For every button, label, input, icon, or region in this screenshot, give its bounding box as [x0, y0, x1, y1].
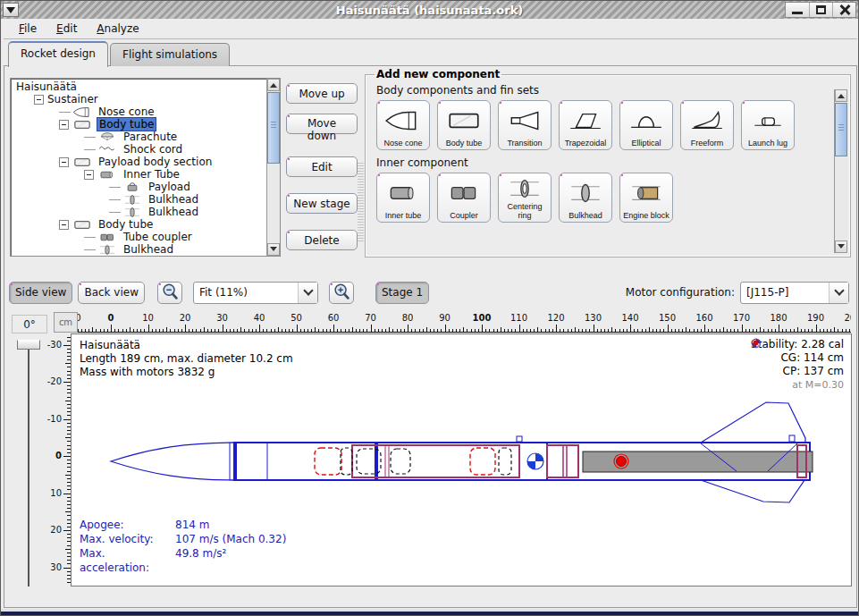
ruler-tick: [341, 329, 341, 333]
split-divider[interactable]: [358, 163, 364, 243]
component-tree[interactable]: HaisunäätäSustainerNose coneBody tubePar…: [10, 78, 281, 257]
ruler-label: -20: [46, 376, 62, 386]
collapse-handle-icon[interactable]: [59, 120, 69, 130]
tree-item-body-tube[interactable]: Body tube: [11, 118, 266, 131]
cg-marker: [527, 453, 543, 469]
scroll-up-icon[interactable]: [267, 79, 280, 91]
ruler-tick: [263, 329, 264, 333]
tree-item-shock-cord[interactable]: Shock cord: [11, 143, 266, 156]
ruler-tick: [318, 329, 319, 333]
side-view-button[interactable]: Side view: [9, 282, 72, 304]
tree-item-bulkhead[interactable]: Bulkhead: [11, 193, 266, 206]
collapse-handle-icon[interactable]: [84, 170, 94, 180]
add-bulkhead-button[interactable]: Bulkhead: [559, 173, 612, 223]
ruler-tick: [716, 329, 717, 333]
collapse-handle-icon[interactable]: [34, 95, 44, 105]
tree-item-sustainer[interactable]: Sustainer: [11, 93, 266, 105]
ruler-tick: [734, 329, 735, 333]
maximize-button[interactable]: [809, 3, 832, 17]
title-bar[interactable]: Haisunäätä (haisunaata.ork): [1, 1, 858, 19]
minimize-icon: [792, 12, 803, 14]
tree-scroll-thumb[interactable]: [267, 92, 280, 164]
add-engine-block-button[interactable]: Engine block: [619, 173, 673, 223]
delete-button[interactable]: Delete: [286, 230, 358, 250]
add-launch-lug-button[interactable]: Launch lug: [741, 100, 795, 150]
tree-item-label: Payload body section: [97, 156, 214, 168]
tree-item-label: Bulkhead: [122, 243, 175, 256]
add-elliptical-button[interactable]: Elliptical: [619, 100, 673, 150]
panel-scrollbar[interactable]: [834, 89, 847, 253]
menu-file[interactable]: File: [11, 21, 45, 37]
motor-configuration-select[interactable]: [J115-P]: [740, 282, 849, 304]
ruler-tick: [378, 329, 379, 333]
add-centering-ring-button[interactable]: Centering ring: [498, 173, 552, 223]
add-freeform-button[interactable]: Freeform: [680, 100, 734, 150]
scroll-down-icon[interactable]: [835, 240, 847, 253]
tree-item-inner-tube[interactable]: Inner Tube: [11, 168, 266, 181]
move-down-button[interactable]: Move down: [286, 114, 358, 134]
component-button-label: Body tube: [446, 139, 483, 148]
flight-stat-value: 49.8 m/s²: [175, 546, 286, 575]
tree-item-label: Body tube: [97, 218, 155, 231]
tab-rocket-design[interactable]: Rocket design: [8, 41, 108, 67]
minimize-button[interactable]: [786, 3, 809, 17]
ruler-tick: [760, 327, 761, 333]
menu-analyze[interactable]: Analyze: [88, 21, 147, 37]
ruler-tick: [63, 419, 71, 420]
rocket-dimensions: Length 189 cm, max. diameter 10.2 cm: [80, 352, 293, 366]
add-transition-button[interactable]: Transition: [498, 100, 552, 150]
rocket-canvas[interactable]: Haisunäätä Length 189 cm, max. diameter …: [71, 333, 852, 586]
slider-handle[interactable]: [17, 340, 40, 350]
tree-item-parachute[interactable]: Parachute: [11, 131, 266, 143]
scroll-down-icon[interactable]: [267, 243, 280, 256]
ruler-tick: [519, 325, 520, 333]
window-menu-icon[interactable]: [3, 3, 19, 17]
tree-item-nose-cone[interactable]: Nose cone: [11, 105, 266, 118]
tab-flight-simulations[interactable]: Flight simulations: [110, 43, 230, 66]
tree-item-body-tube[interactable]: Body tube: [11, 218, 266, 231]
tree-item-bulkhead[interactable]: Bulkhead: [11, 206, 266, 218]
add-body-tube-button[interactable]: Body tube: [437, 100, 491, 150]
close-button[interactable]: [832, 3, 855, 17]
tree-item-tube-coupler[interactable]: Tube coupler: [11, 231, 266, 243]
tree-item-payload-body-section[interactable]: Payload body section: [11, 156, 266, 168]
ruler-tick: [627, 329, 627, 333]
rotation-slider[interactable]: [15, 340, 42, 588]
panel-scroll-thumb[interactable]: [835, 103, 847, 156]
tube-icon: [71, 219, 94, 231]
new-stage-button[interactable]: New stage: [286, 193, 358, 214]
tree-item-bulkhead[interactable]: Bulkhead: [11, 243, 266, 256]
engine-icon: [627, 181, 665, 206]
ruler-tick: [504, 329, 505, 333]
back-view-button[interactable]: Back view: [78, 282, 145, 304]
add-coupler-button[interactable]: Coupler: [437, 173, 491, 223]
scroll-up-icon[interactable]: [835, 89, 847, 102]
ruler-tick: [563, 329, 564, 333]
tree-connector: [109, 187, 121, 188]
move-up-button[interactable]: Move up: [286, 83, 358, 104]
zoom-in-button[interactable]: [329, 282, 354, 304]
add-trapezoidal-button[interactable]: Trapezoidal: [559, 100, 612, 150]
menu-edit[interactable]: Edit: [48, 21, 85, 37]
tree-scrollbar[interactable]: [266, 79, 280, 256]
collapse-handle-icon[interactable]: [59, 220, 69, 230]
payload-icon: [121, 181, 144, 193]
tree-item-haisun-t-[interactable]: Haisunäätä: [11, 80, 266, 93]
add-inner-tube-button[interactable]: Inner tube: [376, 173, 430, 223]
collapse-handle-icon[interactable]: [59, 157, 69, 167]
stage-1-toggle[interactable]: Stage 1: [375, 282, 429, 304]
cg-value: CG: 114 cm: [780, 351, 844, 365]
ruler-tick: [185, 325, 186, 333]
add-nose-cone-button[interactable]: Nose cone: [376, 100, 430, 150]
ruler-tick: [523, 329, 524, 333]
ruler-tick: [126, 329, 127, 333]
zoom-level-select[interactable]: Fit (11%): [193, 282, 318, 304]
zoom-out-button[interactable]: [157, 282, 182, 304]
ruler-tick: [663, 329, 664, 333]
cp-icon: [751, 338, 761, 348]
ruler-tick: [271, 329, 272, 333]
flight-stat-label: Max. velocity:: [80, 532, 173, 546]
tree-item-payload[interactable]: Payload: [11, 181, 266, 193]
edit-button[interactable]: Edit: [286, 156, 358, 177]
tree-connector: [84, 149, 96, 150]
